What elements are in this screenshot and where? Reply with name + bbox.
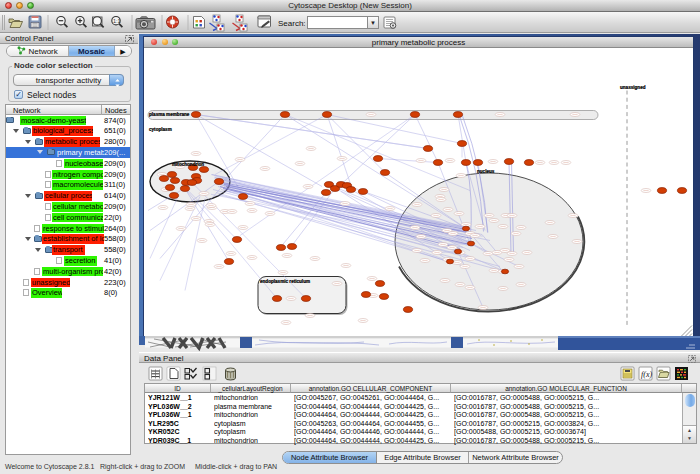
svg-text:unassigned: unassigned (620, 84, 646, 89)
svg-text:mitochondrion: mitochondrion (172, 161, 204, 166)
svg-text:cytoplasm: cytoplasm (149, 126, 172, 131)
svg-text:endoplasmic reticulum: endoplasmic reticulum (260, 278, 310, 283)
svg-text:f(x): f(x) (641, 370, 652, 379)
svg-text:1:1: 1:1 (113, 18, 121, 24)
svg-text:plasma membrane: plasma membrane (149, 112, 190, 117)
svg-text:nucleus: nucleus (477, 168, 495, 173)
